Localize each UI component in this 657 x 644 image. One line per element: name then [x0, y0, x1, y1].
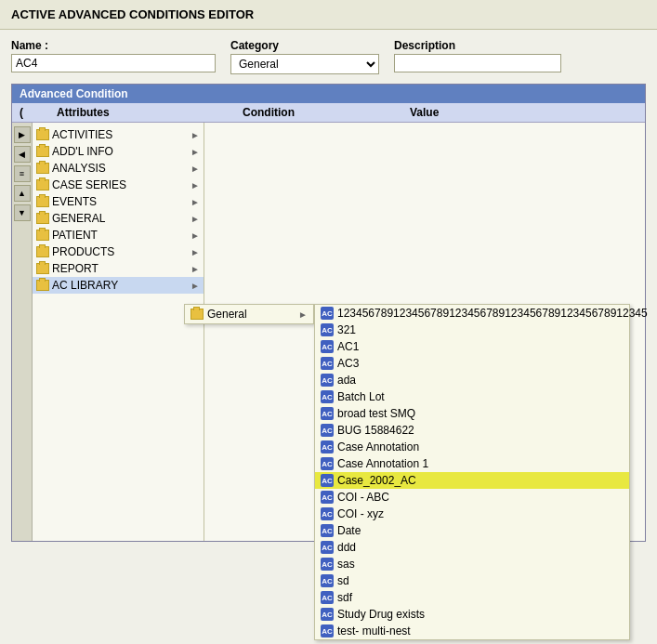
ac-icon-ddd: AC	[321, 541, 334, 554]
ac-icon-ac1: AC	[321, 340, 334, 353]
submenu2-label-sdf: sdf	[337, 591, 352, 604]
tree-label-general: GENERAL	[52, 212, 105, 225]
tree-item-general[interactable]: GENERAL ►	[33, 210, 204, 227]
toolbar-btn-up[interactable]: ▲	[14, 185, 31, 202]
submenu2-item-test-multi-nest[interactable]: AC test- multi-nest	[315, 623, 629, 639]
submenu2-label-study-drug: Study Drug exists	[337, 608, 425, 621]
tree-item-patient[interactable]: PATIENT ►	[33, 227, 204, 243]
submenu2-item-ddd[interactable]: AC ddd	[315, 539, 629, 556]
arrow-analysis: ►	[191, 164, 200, 174]
submenu-item-general[interactable]: General ►	[185, 305, 313, 323]
tree-item-products[interactable]: PRODUCTS ►	[33, 243, 204, 260]
tree-item-events[interactable]: EVENTS ►	[33, 193, 204, 210]
submenu-level2: AC 1234567891234567891234567891234567891…	[314, 304, 630, 640]
submenu2-item-coi-xyz[interactable]: AC COI - xyz	[315, 506, 629, 522]
submenu2-item-study-drug[interactable]: AC Study Drug exists	[315, 606, 629, 623]
toolbar-btn-2[interactable]: ◀	[14, 146, 31, 163]
submenu2-label-case-annotation: Case Annotation	[337, 440, 419, 453]
tree-label-case-series: CASE SERIES	[52, 178, 126, 191]
tree-item-analysis[interactable]: ANALYSIS ►	[33, 160, 204, 177]
tree-label-ac-library: AC LIBRARY	[52, 279, 118, 292]
submenu2-item-case-annotation-1[interactable]: AC Case Annotation 1	[315, 455, 629, 472]
ac-icon-broad-test-smq: AC	[321, 407, 334, 420]
submenu2-item-bug[interactable]: AC BUG 15884622	[315, 422, 629, 439]
ac-icon-test-multi-nest: AC	[321, 624, 334, 637]
submenu2-label-sas: sas	[337, 558, 355, 571]
arrow-products: ►	[191, 247, 200, 257]
description-input[interactable]	[394, 54, 561, 72]
tree-item-ac-library[interactable]: AC LIBRARY ►	[33, 277, 204, 294]
submenu2-item-ac3[interactable]: AC AC3	[315, 355, 629, 372]
folder-icon-analysis	[36, 163, 49, 174]
submenu2-item-sd[interactable]: AC sd	[315, 572, 629, 589]
description-label: Description	[394, 39, 561, 52]
tree-label-activities: ACTIVITIES	[52, 128, 112, 141]
arrow-addl: ►	[191, 147, 200, 157]
submenu2-item-case-2002-ac[interactable]: AC Case_2002_AC	[315, 472, 629, 489]
arrow-case-series: ►	[191, 180, 200, 191]
submenu2-item-coi-abc[interactable]: AC COI - ABC	[315, 489, 629, 506]
arrow-patient: ►	[191, 230, 200, 241]
toolbar-btn-down[interactable]: ▼	[14, 204, 31, 221]
ac-icon-study-drug: AC	[321, 608, 334, 621]
submenu2-label-broad-test-smq: broad test SMQ	[337, 407, 415, 420]
tree-label-patient: PATIENT	[52, 229, 98, 242]
submenu2-item-date[interactable]: AC Date	[315, 522, 629, 539]
ac-icon-long: AC	[321, 307, 334, 320]
ac-icon-date: AC	[321, 524, 334, 537]
arrow-report: ►	[191, 264, 200, 274]
arrow-submenu-general: ►	[298, 309, 308, 320]
folder-icon-general	[36, 213, 49, 224]
submenu2-label-ada: ada	[337, 374, 356, 387]
ac-section-header: Advanced Condition	[12, 85, 645, 103]
submenu2-label-ac3: AC3	[337, 357, 359, 370]
tree-label-report: REPORT	[52, 262, 99, 275]
ac-icon-ada: AC	[321, 374, 334, 387]
submenu2-item-sdf[interactable]: AC sdf	[315, 589, 629, 606]
folder-icon-addl	[36, 146, 49, 157]
submenu2-label-bug: BUG 15884622	[337, 424, 414, 437]
tree-item-activities[interactable]: ACTIVITIES ►	[33, 126, 204, 143]
toolbar: ▶ ◀ ≡ ▲ ▼	[12, 123, 33, 541]
advanced-condition-section: Advanced Condition ( Attributes Conditio…	[11, 84, 646, 542]
submenu2-item-sas[interactable]: AC sas	[315, 556, 629, 572]
name-label: Name :	[11, 39, 216, 52]
submenu2-item-broad-test-smq[interactable]: AC broad test SMQ	[315, 405, 629, 422]
submenu2-label-sd: sd	[337, 574, 349, 587]
form-section: Name : Category General Other Descriptio…	[0, 30, 657, 84]
arrow-events: ►	[191, 197, 200, 207]
ac-icon-case-annotation-1: AC	[321, 457, 334, 470]
submenu2-item-batch-lot[interactable]: AC Batch Lot	[315, 388, 629, 405]
submenu2-item-ada[interactable]: AC ada	[315, 372, 629, 388]
col-attributes: Attributes	[57, 106, 243, 119]
toolbar-btn-3[interactable]: ≡	[14, 165, 31, 182]
name-field: Name :	[11, 39, 216, 72]
submenu2-item-long[interactable]: AC 1234567891234567891234567891234567891…	[315, 305, 629, 322]
toolbar-btn-1[interactable]: ▶	[14, 126, 31, 143]
tree-item-report[interactable]: REPORT ►	[33, 260, 204, 277]
tree-item-addl-info[interactable]: ADD'L INFO ►	[33, 143, 204, 160]
arrow-ac-library: ►	[191, 281, 200, 291]
submenu2-item-321[interactable]: AC 321	[315, 322, 629, 338]
submenu2-label-batch-lot: Batch Lot	[337, 390, 385, 403]
submenu2-label-ddd: ddd	[337, 541, 356, 554]
ac-columns: ( Attributes Condition Value	[12, 103, 645, 123]
submenu2-item-case-annotation[interactable]: AC Case Annotation	[315, 439, 629, 455]
arrow-general: ►	[191, 214, 200, 224]
folder-icon-products	[36, 246, 49, 257]
page-wrapper: ACTIVE ADVANCED CONDITIONS EDITOR Name :…	[0, 0, 657, 644]
submenu2-item-ac1[interactable]: AC AC1	[315, 338, 629, 355]
ac-icon-case-2002-ac: AC	[321, 474, 334, 487]
ac-icon-case-annotation: AC	[321, 440, 334, 453]
folder-icon-report	[36, 263, 49, 274]
category-label: Category	[230, 39, 379, 52]
submenu-level1: General ►	[184, 304, 314, 324]
folder-icon-ac-library	[36, 280, 49, 291]
folder-icon-submenu-general	[191, 309, 204, 320]
tree-item-case-series[interactable]: CASE SERIES ►	[33, 177, 204, 193]
ac-icon-sas: AC	[321, 558, 334, 571]
category-select[interactable]: General Other	[230, 54, 379, 74]
submenu2-label-date: Date	[337, 524, 361, 537]
submenu2-label-coi-xyz: COI - xyz	[337, 507, 384, 520]
name-input[interactable]	[11, 54, 216, 72]
